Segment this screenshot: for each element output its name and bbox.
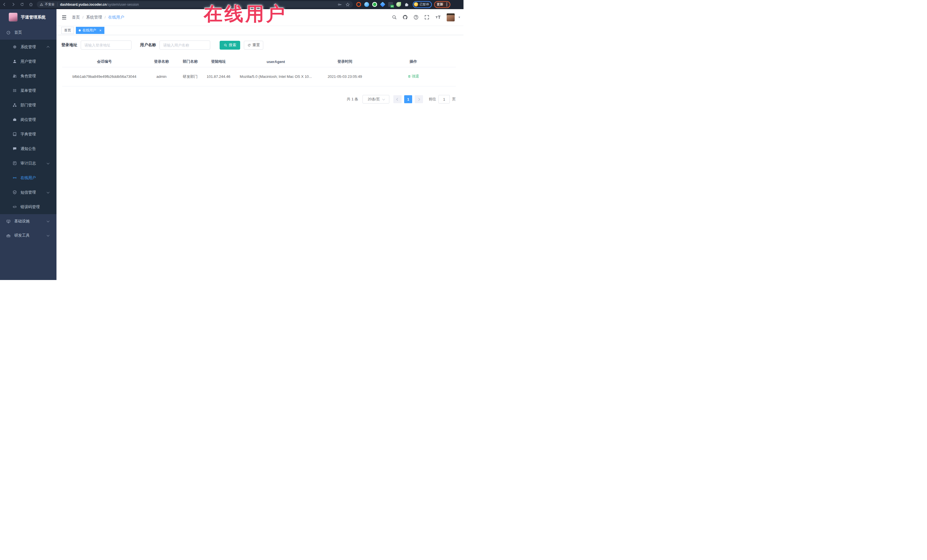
search-icon[interactable] bbox=[392, 15, 397, 20]
sidebar-item-label: 岗位管理 bbox=[21, 117, 36, 122]
sidebar-item-label: 角色管理 bbox=[21, 74, 36, 79]
browser-home-button[interactable] bbox=[27, 0, 35, 9]
sidebar-item-dict-management[interactable]: 字典管理 bbox=[0, 127, 56, 141]
reset-button-label: 重置 bbox=[252, 42, 260, 48]
reload-icon bbox=[20, 2, 24, 6]
profile-emoji-icon bbox=[414, 2, 418, 6]
sidebar-item-user-management[interactable]: 用户管理 bbox=[0, 54, 56, 69]
search-icon bbox=[223, 43, 227, 47]
goto-page-input[interactable] bbox=[438, 95, 450, 103]
column-header-dept-name: 部门名称 bbox=[176, 56, 204, 67]
extension-blue-gem-icon[interactable] bbox=[380, 2, 385, 7]
user-icon bbox=[12, 59, 17, 64]
search-button[interactable]: 搜索 bbox=[220, 41, 240, 50]
font-size-icon[interactable] bbox=[435, 15, 441, 20]
column-header-session-id: 会话编号 bbox=[62, 56, 147, 67]
chevron-down-icon bbox=[47, 234, 50, 237]
sidebar-item-label: 通知公告 bbox=[21, 146, 36, 152]
not-secure-label[interactable]: 不安全 bbox=[45, 2, 55, 6]
user-avatar[interactable] bbox=[447, 14, 454, 21]
update-label: 更新 bbox=[437, 2, 443, 6]
breadcrumb-current: 在线用户 bbox=[108, 15, 124, 20]
column-header-actions: 操作 bbox=[371, 56, 456, 67]
column-header-login-time: 登录时间 bbox=[319, 56, 371, 67]
avatar-caret-down-icon[interactable] bbox=[458, 15, 460, 19]
sidebar-item-role-management[interactable]: 角色管理 bbox=[0, 69, 56, 83]
tab-label: 在线用户 bbox=[82, 28, 96, 33]
browser-back-button[interactable] bbox=[0, 0, 9, 9]
paused-badge: 已暂停 bbox=[419, 2, 429, 6]
app-title: 芋道管理系统 bbox=[21, 15, 46, 20]
infra-icon bbox=[6, 219, 11, 223]
profile-paused-chip[interactable]: 已暂停 bbox=[413, 1, 432, 8]
url-domain[interactable]: dashboard.yudao.iocoder.cn bbox=[60, 3, 107, 6]
fullscreen-icon[interactable] bbox=[424, 15, 430, 20]
devtools-icon bbox=[6, 234, 11, 238]
tab-home[interactable]: 首页 bbox=[61, 27, 74, 34]
cell-login-name: admin bbox=[147, 67, 176, 87]
password-key-icon[interactable] bbox=[337, 2, 342, 7]
cell-dept-name: 研发部门 bbox=[176, 67, 204, 87]
chevron-up-icon bbox=[47, 46, 50, 49]
address-divider bbox=[57, 3, 58, 6]
extension-blue-drop-icon[interactable] bbox=[364, 2, 369, 7]
browser-chrome-bar: 不安全 dashboard.yudao.iocoder.cn /system/u… bbox=[0, 0, 464, 9]
gear-icon bbox=[12, 45, 17, 49]
help-icon[interactable] bbox=[413, 15, 419, 20]
extension-orange-ring-icon[interactable] bbox=[356, 2, 361, 7]
url-path[interactable]: /system/user-session bbox=[107, 3, 334, 6]
bookmark-star-icon[interactable] bbox=[345, 2, 350, 7]
sidebar-item-error-code[interactable]: 错误码管理 bbox=[0, 200, 56, 214]
breadcrumb-system[interactable]: 系统管理 bbox=[86, 15, 102, 20]
next-page-button[interactable] bbox=[415, 95, 423, 103]
sidebar-item-sms-management[interactable]: 短信管理 bbox=[0, 185, 56, 200]
extension-translator-icon[interactable]: en bbox=[388, 2, 393, 7]
github-icon[interactable] bbox=[403, 15, 408, 20]
sidebar-item-post-management[interactable]: 岗位管理 bbox=[0, 112, 56, 127]
goto-label: 前往 bbox=[429, 97, 436, 102]
page-size-select[interactable]: 20条/页 bbox=[363, 95, 389, 103]
dict-icon bbox=[12, 132, 17, 136]
sidebar-item-infrastructure[interactable]: 基础设施 bbox=[0, 214, 56, 228]
error-code-icon bbox=[12, 205, 17, 209]
sidebar-item-label: 首页 bbox=[14, 30, 22, 35]
extension-en-badge: en bbox=[391, 5, 394, 8]
username-input[interactable] bbox=[160, 41, 210, 50]
login-address-input[interactable] bbox=[81, 41, 132, 50]
sidebar-collapse-icon[interactable] bbox=[61, 15, 67, 20]
reset-button[interactable]: 重置 bbox=[244, 41, 263, 50]
sidebar-item-home[interactable]: 首页 bbox=[0, 25, 56, 39]
address-bar[interactable]: 不安全 dashboard.yudao.iocoder.cn /system/u… bbox=[37, 1, 353, 8]
close-icon[interactable] bbox=[99, 29, 102, 32]
column-header-user-agent: userAgent bbox=[233, 56, 319, 67]
sessions-table: 会话编号 登录名称 部门名称 登陆地址 userAgent 登录时间 操作 bf… bbox=[62, 56, 456, 87]
sidebar-item-label: 审计日志 bbox=[21, 161, 36, 166]
refresh-icon bbox=[247, 43, 251, 47]
force-logout-button[interactable]: 强退 bbox=[407, 74, 419, 79]
active-tab-dot-icon bbox=[79, 29, 81, 31]
breadcrumb-home[interactable]: 首页 bbox=[72, 15, 80, 20]
sidebar-item-dept-management[interactable]: 部门管理 bbox=[0, 98, 56, 112]
sidebar-item-system-management[interactable]: 系统管理 bbox=[0, 39, 56, 54]
sidebar-item-notice[interactable]: 通知公告 bbox=[0, 141, 56, 156]
browser-menu-dots-icon[interactable] bbox=[447, 4, 447, 5]
tab-online-users[interactable]: 在线用户 bbox=[76, 27, 104, 34]
page-number-1[interactable]: 1 bbox=[404, 95, 412, 103]
app-logo-row[interactable]: 芋道管理系统 bbox=[0, 9, 56, 25]
back-arrow-icon bbox=[2, 2, 6, 6]
extension-green-circle-icon[interactable] bbox=[372, 2, 377, 7]
chevron-down-icon bbox=[47, 220, 50, 222]
browser-forward-button[interactable] bbox=[9, 0, 18, 9]
browser-reload-button[interactable] bbox=[18, 0, 27, 9]
browser-update-button[interactable]: 更新 bbox=[434, 1, 450, 8]
sidebar-item-audit-log[interactable]: 审计日志 bbox=[0, 156, 56, 170]
chevron-down-icon bbox=[382, 97, 385, 100]
extension-green-leaf-icon[interactable] bbox=[396, 2, 401, 7]
sidebar-item-menu-management[interactable]: 菜单管理 bbox=[0, 83, 56, 98]
search-button-label: 搜索 bbox=[229, 42, 236, 48]
sidebar-item-label: 用户管理 bbox=[21, 59, 36, 64]
sidebar-item-online-users[interactable]: 在线用户 bbox=[0, 170, 56, 185]
extensions-puzzle-icon[interactable] bbox=[404, 2, 409, 7]
prev-page-button[interactable] bbox=[393, 95, 401, 103]
sidebar-item-dev-tools[interactable]: 研发工具 bbox=[0, 228, 56, 243]
